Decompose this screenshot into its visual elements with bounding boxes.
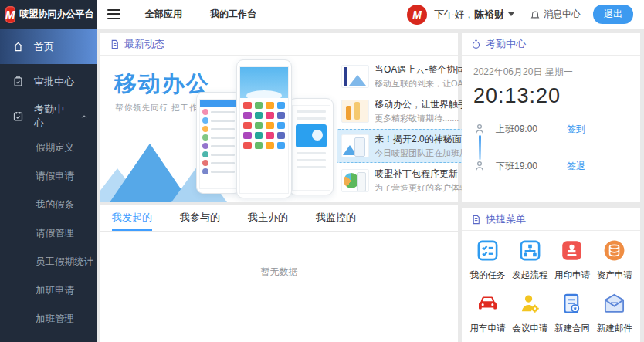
timeline-connector (479, 135, 481, 160)
panel-title: 快捷菜单 (486, 212, 526, 226)
check-in-link[interactable]: 签到 (567, 123, 585, 136)
quick-item-label: 发起流程 (512, 269, 547, 281)
tab-hosted-by-me[interactable]: 我主办的 (248, 205, 288, 231)
chevron-up-icon[interactable] (80, 113, 88, 120)
panel-title: 考勤中心 (486, 37, 526, 51)
logo-icon: M (5, 6, 15, 23)
check-out-row: 下班19:00 签退 (473, 157, 629, 174)
user-greeting: 下午好，陈裕财 (434, 8, 504, 22)
quick-item-seal-request[interactable]: 用印申请 (551, 239, 594, 281)
asset-icon (602, 239, 626, 262)
news-thumbnail (341, 65, 369, 88)
latest-news-header: 最新动态 (100, 33, 458, 56)
quick-item-vehicle-request[interactable]: 用车申请 (466, 292, 509, 334)
sidebar-subitem-overtime-request[interactable]: 加班申请 (0, 276, 97, 305)
check-in-row: 上班09:00 签到 (473, 120, 629, 137)
quick-item-label: 用车申请 (469, 323, 505, 334)
home-icon (12, 41, 24, 52)
quick-item-label: 用印申请 (554, 269, 590, 281)
quick-item-label: 新建合同 (554, 323, 590, 334)
app-title: 唛盟协同办公平台 (20, 8, 94, 21)
tab-participated-by-me[interactable]: 我参与的 (180, 205, 220, 231)
user-dropdown-caret-icon[interactable] (508, 12, 514, 16)
menu-toggle-icon[interactable] (107, 7, 120, 22)
quick-menu-panel: 快捷菜单 我的任务 发起流程 用印申请 资产申请 用车申请 会议申请 新建合 (462, 208, 640, 342)
document-icon (110, 39, 120, 49)
news-thumbnail (341, 100, 369, 123)
quick-item-label: 会议申请 (512, 323, 547, 334)
sidebar-subitem-leave-management[interactable]: 请假管理 (0, 219, 97, 248)
attendance-header: 考勤中心 (462, 33, 640, 56)
quick-item-asset-request[interactable]: 资产申请 (593, 239, 636, 281)
quick-item-label: 资产申请 (597, 269, 632, 281)
sidebar-subitem-my-leave-notes[interactable]: 我的假条 (0, 191, 97, 219)
news-thumbnail (341, 134, 369, 157)
news-thumbnail (341, 169, 369, 192)
sidebar-item-label: 审批中心 (34, 75, 74, 89)
username: 陈裕财 (474, 8, 504, 20)
sidebar: 首页 审批中心 考勤中心 假期定义 请假申请 我的假条 请假管理 员工假期统计 … (0, 29, 97, 342)
attendance-body: 2022年06月20日 星期一 20:13:20 上班09:00 签到 下班19… (462, 56, 640, 185)
document-icon (471, 215, 481, 225)
sidebar-item-label: 考勤中心 (34, 103, 70, 130)
panel-title: 最新动态 (124, 37, 164, 51)
sidebar-item-label: 首页 (34, 40, 54, 54)
quick-menu-grid: 我的任务 发起流程 用印申请 资产申请 用车申请 会议申请 新建合同 新建邮件 (462, 231, 640, 334)
nav-all-apps[interactable]: 全部应用 (145, 8, 182, 21)
tab-monitored-by-me[interactable]: 我监控的 (316, 205, 356, 231)
sidebar-subitem-overtime-management[interactable]: 加班管理 (0, 305, 97, 334)
mail-icon (602, 292, 626, 316)
sidebar-submenu: 假期定义 请假申请 我的假条 请假管理 员工假期统计 加班申请 加班管理 (0, 134, 97, 334)
quick-item-meeting-request[interactable]: 会议申请 (509, 292, 551, 334)
sidebar-item-attendance-center[interactable]: 考勤中心 (0, 99, 97, 134)
contract-icon (560, 292, 584, 316)
attendance-icon (12, 110, 24, 122)
banner-illustration (196, 59, 335, 200)
phone-mockup-appgrid (236, 59, 292, 198)
tab-initiated-by-me[interactable]: 我发起的 (112, 205, 152, 231)
nav-my-workbench[interactable]: 我的工作台 (210, 8, 256, 21)
quick-item-new-contract[interactable]: 新建合同 (551, 292, 594, 334)
message-center-button[interactable]: 消息中心 (530, 8, 581, 21)
meeting-icon (518, 292, 542, 316)
approval-icon (12, 76, 24, 87)
tasks-icon (476, 239, 500, 262)
check-out-link[interactable]: 签退 (567, 160, 585, 173)
empty-state-text: 暂无数据 (100, 266, 458, 279)
flow-icon (518, 239, 542, 262)
top-nav: 全部应用 我的工作台 (145, 8, 256, 21)
stopwatch-icon (471, 39, 481, 49)
user-avatar[interactable]: M (407, 5, 427, 25)
stamp-icon (560, 239, 584, 262)
logout-button[interactable]: 退出 (593, 5, 633, 24)
sidebar-item-approval-center[interactable]: 审批中心 (0, 64, 97, 99)
attendance-clock: 20:13:20 (473, 84, 629, 108)
person-icon (473, 160, 486, 172)
sidebar-item-home[interactable]: 首页 (0, 29, 97, 64)
quick-item-label: 我的任务 (469, 269, 505, 281)
quick-item-start-flow[interactable]: 发起流程 (509, 239, 551, 281)
phone-mockup-detail (289, 98, 334, 195)
news-body: 移动办公 帮你领先同行 把工作带出办公室 (100, 56, 458, 202)
attendance-date: 2022年06月20日 星期一 (473, 66, 629, 79)
top-header: M 唛盟协同办公平台 全部应用 我的工作台 M 下午好，陈裕财 消息中心 退出 (0, 0, 644, 29)
person-icon (473, 123, 486, 135)
message-center-label: 消息中心 (544, 8, 581, 21)
quick-menu-header: 快捷菜单 (462, 208, 640, 231)
quick-item-new-mail[interactable]: 新建邮件 (593, 292, 636, 334)
check-in-label: 上班09:00 (496, 123, 537, 136)
mobile-office-banner[interactable]: 移动办公 帮你领先同行 把工作带出办公室 (100, 56, 337, 202)
sidebar-subitem-holiday-definition[interactable]: 假期定义 (0, 134, 97, 162)
check-out-label: 下班19:00 (496, 160, 537, 173)
phone-mockup-contacts (196, 92, 241, 194)
sidebar-subitem-employee-leave-stats[interactable]: 员工假期统计 (0, 248, 97, 276)
attendance-rows: 上班09:00 签到 下班19:00 签退 (473, 120, 629, 174)
attendance-panel: 考勤中心 2022年06月20日 星期一 20:13:20 上班09:00 签到… (462, 33, 640, 202)
sidebar-subitem-leave-request[interactable]: 请假申请 (0, 162, 97, 191)
quick-item-label: 新建邮件 (597, 323, 632, 334)
quick-item-my-tasks[interactable]: 我的任务 (466, 239, 509, 281)
latest-news-panel: 最新动态 移动办公 帮你领先同行 把工作带出办公室 (100, 33, 458, 202)
greeting-text: 下午好， (434, 8, 474, 20)
my-tasks-panel: 我发起的 我参与的 我主办的 我监控的 暂无数据 (100, 205, 458, 342)
tasks-tabbar: 我发起的 我参与的 我主办的 我监控的 (100, 205, 458, 232)
